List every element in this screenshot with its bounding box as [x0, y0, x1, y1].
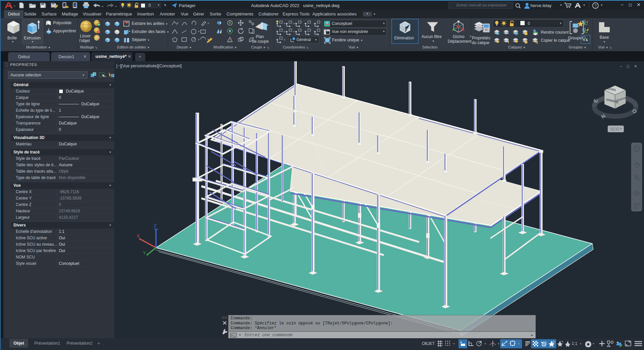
svg-text:Z: Z [154, 223, 157, 229]
svg-text:X: X [136, 233, 140, 239]
svg-text:Y: Y [143, 250, 146, 255]
svg-text:?: ? [594, 4, 596, 8]
svg-text:SCG: SCG [610, 127, 619, 132]
